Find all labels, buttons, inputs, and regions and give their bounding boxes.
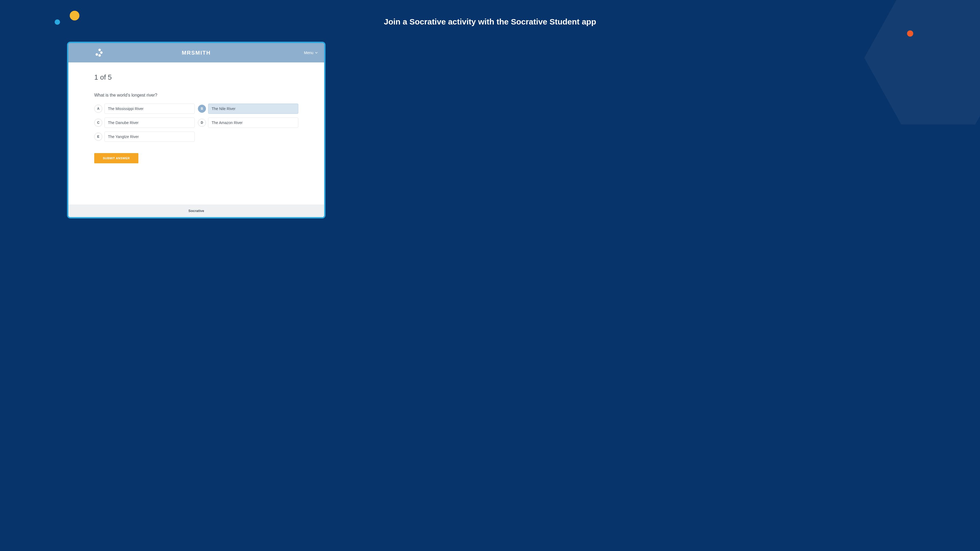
chevron-down-icon (315, 51, 318, 54)
progress-indicator: 1 of 5 (94, 73, 298, 81)
option-letter: E (94, 133, 102, 141)
option-text: The Mississippi River (105, 103, 195, 114)
socrative-logo-icon (95, 49, 103, 57)
option-row-d[interactable]: D The Amazon River (198, 118, 298, 128)
app-frame: MRSMITH Menu 1 of 5 What is the world's … (67, 42, 326, 219)
option-letter: D (198, 119, 206, 127)
menu-button[interactable]: Menu (304, 51, 318, 55)
option-text: The Danube River (105, 118, 195, 128)
option-row-b[interactable]: B The Nile River (198, 103, 298, 114)
page-title: Join a Socrative activity with the Socra… (384, 17, 597, 26)
options-grid: A The Mississippi River B The Nile River… (94, 103, 298, 142)
decorative-dot-yellow (70, 11, 80, 21)
svg-point-0 (99, 49, 101, 51)
option-text: The Amazon River (208, 118, 298, 128)
option-row-c[interactable]: C The Danube River (94, 118, 195, 128)
quiz-body: 1 of 5 What is the world's longest river… (68, 62, 324, 205)
submit-answer-button[interactable]: SUBMIT ANSWER (94, 153, 138, 163)
option-letter: C (94, 119, 102, 127)
menu-label: Menu (304, 51, 313, 55)
footer-brand: Socrative (68, 209, 324, 213)
option-row-e[interactable]: E The Yangtze River (94, 132, 195, 142)
option-row-a[interactable]: A The Mississippi River (94, 103, 195, 114)
decorative-hexagon (864, 0, 980, 132)
option-text: The Yangtze River (105, 132, 195, 142)
decorative-dot-orange (907, 30, 913, 37)
decorative-dot-blue (55, 19, 60, 25)
room-name: MRSMITH (182, 50, 210, 56)
app-header: MRSMITH Menu (68, 43, 324, 62)
option-letter: B (198, 105, 206, 113)
svg-point-3 (99, 54, 101, 57)
svg-point-1 (100, 51, 103, 54)
app-footer: Socrative (68, 205, 324, 217)
option-text: The Nile River (208, 103, 298, 114)
option-letter: A (94, 105, 102, 113)
question-text: What is the world's longest river? (94, 93, 298, 98)
svg-point-2 (95, 53, 98, 56)
